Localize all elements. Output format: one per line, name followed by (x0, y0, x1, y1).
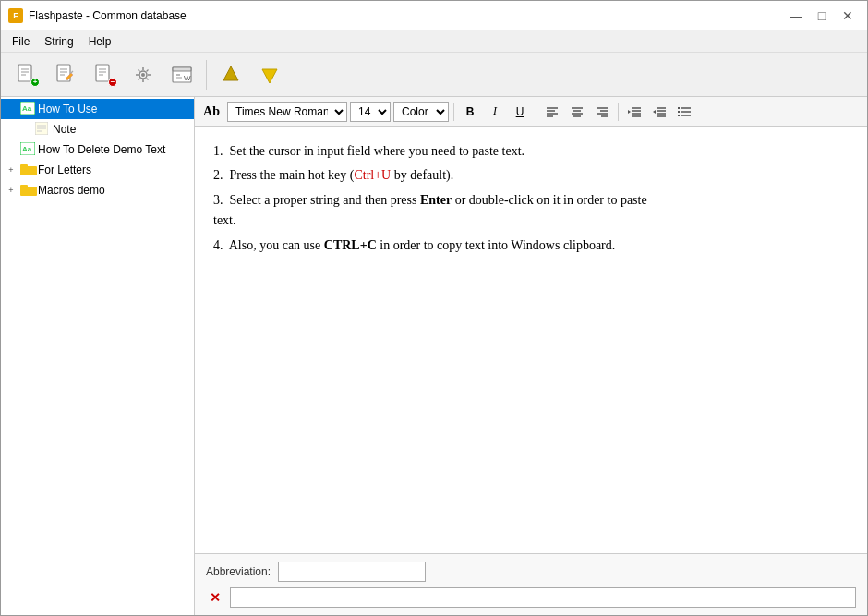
align-left-button[interactable] (541, 101, 563, 123)
svg-rect-2 (18, 65, 31, 81)
format-toolbar: Ab Times New Roman 14 Color B I (195, 97, 867, 127)
font-size-dropdown[interactable]: 14 (350, 102, 391, 122)
svg-marker-52 (628, 110, 631, 114)
close-button[interactable]: ✕ (836, 6, 860, 25)
note-icon (35, 122, 50, 137)
indent-increase-button[interactable] (623, 101, 645, 123)
folder-icon-letters (20, 163, 35, 177)
font-name-dropdown[interactable]: Times New Roman (227, 102, 347, 122)
sidebar-item-how-to-use[interactable]: Aa How To Use (1, 99, 194, 119)
svg-rect-33 (20, 164, 28, 168)
align-center-button[interactable] (566, 101, 588, 123)
ctrl-c-bold: CTRL+C (324, 238, 377, 252)
expand-icon-note (19, 123, 32, 136)
content-line-1: 1. Set the cursor in input field where y… (213, 141, 849, 162)
sidebar-label-note: Note (53, 123, 76, 136)
svg-point-16 (141, 73, 145, 77)
svg-rect-18 (173, 67, 191, 71)
content-area[interactable]: 1. Set the cursor in input field where y… (195, 127, 867, 553)
window-title: Flashpaste - Common database (29, 9, 187, 22)
bold-button[interactable]: B (459, 101, 481, 123)
sidebar-label-for-letters: For Letters (38, 163, 91, 176)
expand-icon-letters: + (5, 163, 18, 176)
sidebar-label-how-to-use: How To Use (38, 103, 97, 115)
bottom-area: Abbreviation: ✕ (195, 553, 867, 615)
color-dropdown[interactable]: Color (393, 102, 449, 122)
list-button[interactable] (673, 101, 695, 123)
sidebar-item-macros-demo[interactable]: + Macros demo (1, 180, 194, 200)
move-up-button[interactable] (212, 57, 249, 92)
svg-marker-57 (653, 110, 656, 114)
titlebar: F Flashpaste - Common database — □ ✕ (1, 1, 867, 30)
sidebar-item-note[interactable]: Note (1, 119, 194, 139)
menubar: File String Help (1, 30, 867, 53)
svg-rect-11 (96, 65, 109, 81)
font-preview-button[interactable]: Ab (199, 101, 224, 123)
content-line-2: 2. Press the main hot key (Ctrl+U by def… (213, 165, 849, 186)
sidebar-tree: Aa How To Use Note (1, 97, 195, 615)
abbreviation-row: Abbreviation: (206, 562, 856, 582)
fmt-separator-1 (453, 103, 454, 121)
main-window: F Flashpaste - Common database — □ ✕ Fil… (0, 0, 868, 616)
enter-bold: Enter (420, 193, 452, 207)
svg-text:F: F (13, 11, 18, 20)
titlebar-left: F Flashpaste - Common database (8, 8, 187, 23)
fmt-separator-2 (536, 103, 536, 121)
expand-icon (5, 103, 18, 115)
hotkey-span: Ctrl+U (354, 168, 391, 182)
secondary-input[interactable] (230, 587, 856, 608)
fmt-separator-3 (618, 103, 619, 121)
svg-text:W: W (184, 74, 191, 82)
content-line-4: 4. Also, you can use CTRL+C in order to … (213, 236, 849, 256)
svg-line-10 (71, 71, 73, 73)
align-right-button[interactable] (591, 101, 613, 123)
main-content: Aa How To Use Note (1, 97, 867, 615)
menu-string[interactable]: String (37, 33, 80, 50)
abbreviation-input[interactable] (278, 562, 426, 582)
sidebar-label-how-to-delete: How To Delete Demo Text (38, 143, 165, 156)
menu-help[interactable]: Help (81, 33, 119, 50)
settings-button[interactable] (125, 57, 162, 92)
toolbar: + − (1, 53, 867, 97)
toolbar-separator-1 (206, 60, 207, 90)
sidebar-label-macros-demo: Macros demo (38, 184, 105, 197)
second-row: ✕ (206, 587, 856, 608)
rtf-icon: Aa (20, 102, 35, 116)
indent-decrease-button[interactable] (648, 101, 670, 123)
expand-icon-delete (5, 143, 18, 156)
svg-rect-35 (20, 185, 28, 188)
new-badge: + (30, 78, 40, 87)
svg-rect-62 (678, 115, 680, 116)
svg-text:Aa: Aa (22, 104, 32, 113)
sidebar-item-for-letters[interactable]: + For Letters (1, 160, 194, 180)
delete-button[interactable]: − (86, 57, 123, 92)
expand-icon-macros: + (5, 184, 18, 197)
menu-file[interactable]: File (5, 33, 37, 50)
edit-button[interactable] (47, 57, 84, 92)
svg-text:Aa: Aa (22, 145, 32, 153)
content-line-3: 3. Select a proper string and then press… (213, 190, 849, 232)
svg-marker-23 (262, 69, 277, 83)
wm-button[interactable]: W (163, 57, 200, 92)
underline-button[interactable]: U (509, 101, 531, 123)
svg-rect-58 (678, 107, 680, 109)
svg-marker-22 (223, 66, 238, 80)
svg-rect-60 (678, 111, 680, 113)
minimize-button[interactable]: — (784, 6, 808, 25)
titlebar-controls: — □ ✕ (784, 6, 860, 25)
abbreviation-label: Abbreviation: (206, 565, 271, 578)
folder-icon-macros (20, 183, 35, 198)
right-panel: Ab Times New Roman 14 Color B I (195, 97, 867, 615)
app-icon: F (8, 8, 23, 23)
maximize-button[interactable]: □ (810, 6, 834, 25)
new-button[interactable]: + (8, 57, 45, 92)
italic-button[interactable]: I (484, 101, 506, 123)
delete-badge: − (108, 78, 117, 87)
sidebar-item-how-to-delete[interactable]: Aa How To Delete Demo Text (1, 139, 194, 160)
move-down-button[interactable] (251, 57, 288, 92)
rtf-icon-2: Aa (20, 142, 35, 157)
clear-button[interactable]: ✕ (206, 588, 224, 607)
